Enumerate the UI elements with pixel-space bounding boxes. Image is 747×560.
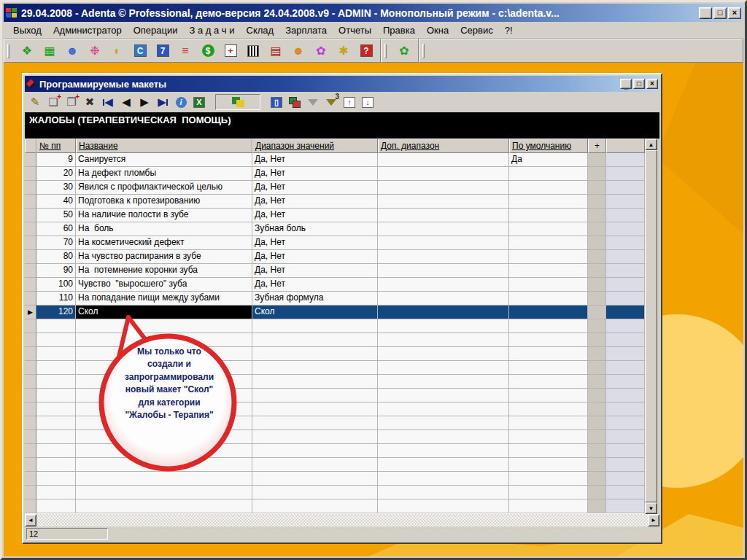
firstaid-icon[interactable]: + [222, 43, 239, 59]
menu-item-9[interactable]: Сервис [455, 23, 498, 37]
settings-coins-icon[interactable]: ✱ [336, 43, 352, 59]
cell-tail [606, 319, 645, 333]
table-row[interactable]: 110На попадание пищи между зубамиЗубная … [25, 292, 645, 306]
table-row[interactable]: 20На дефект пломбыДа, Нет [25, 167, 645, 181]
next-record-icon[interactable]: ▶ [136, 95, 152, 109]
row-indicator [25, 472, 36, 486]
table-row[interactable]: 60На больЗубная боль [25, 222, 645, 236]
menu-item-10[interactable]: ?! [500, 23, 518, 37]
maximize-button[interactable]: □ [713, 7, 727, 19]
horizontal-scrollbar[interactable]: ◄ ► [25, 514, 659, 526]
child-maximize-button[interactable]: □ [633, 79, 645, 89]
cell-default [509, 458, 588, 472]
child-close-button[interactable]: × [646, 79, 658, 89]
cell-range: Да, Нет [252, 153, 378, 167]
first-record-icon-glyph: ◀ [104, 96, 113, 109]
excel-export-icon[interactable]: X [191, 95, 207, 109]
cell-extra-range [378, 389, 509, 402]
info-icon-glyph: i [176, 97, 187, 108]
help-book-icon[interactable]: ? [358, 43, 374, 59]
menu-item-2[interactable]: Операции [128, 23, 183, 37]
toolbar-gripper[interactable] [422, 44, 425, 58]
scroll-left-icon[interactable]: ◄ [25, 514, 36, 526]
scroll-right-icon[interactable]: ► [648, 514, 659, 526]
move-down-icon-glyph: ↓ [362, 97, 374, 108]
column-header-4[interactable]: По умолчанию [509, 139, 588, 153]
prev-record-icon[interactable]: ◀ [118, 95, 134, 109]
table-row[interactable]: 100Чувство "выросшего" зубаДа, Нет [25, 278, 645, 292]
move-up-icon[interactable]: ↑ [341, 95, 357, 109]
empty-table-row[interactable] [25, 458, 645, 472]
column-header-1[interactable]: Название [76, 139, 252, 153]
edit-record-icon[interactable]: ✎ [27, 95, 43, 109]
menu-item-0[interactable]: Выход [8, 23, 47, 37]
vertical-scrollbar[interactable]: ▲ ▼ [645, 139, 657, 514]
scroll-down-icon[interactable]: ▼ [645, 502, 657, 514]
table-row[interactable]: 50На наличие полости в зубеДа, Нет [25, 209, 645, 222]
minimize-button[interactable]: _ [699, 7, 712, 19]
column-header-0[interactable]: № пп [36, 139, 76, 153]
menu-item-7[interactable]: Правка [378, 23, 420, 37]
info-icon[interactable]: i [173, 95, 189, 109]
table-row[interactable]: 70На косметический дефектДа, Нет [25, 236, 645, 250]
flower-icon[interactable]: ✿ [396, 43, 412, 59]
table-row[interactable]: 9СанируетсяДа, НетДа [25, 153, 645, 167]
balloons-icon[interactable]: ❉ [87, 43, 103, 59]
add-record-icon[interactable]: ❏+ [45, 95, 61, 109]
filter-3-icon[interactable]: 3 [323, 95, 339, 109]
database-icon[interactable]: ▯ [268, 95, 285, 109]
table-icon[interactable]: ▦ [42, 43, 58, 59]
cell-num: 20 [36, 167, 76, 181]
layout-copy-icon[interactable] [287, 95, 303, 109]
close-button[interactable]: × [728, 7, 741, 19]
barcode-icon[interactable] [245, 43, 261, 59]
cell-default [509, 292, 588, 306]
table-row[interactable]: 30Явился с профилактической цельюДа, Нет [25, 181, 645, 195]
delete-record-icon[interactable]: ✖ [82, 95, 98, 109]
column-header-3[interactable]: Доп. диапазон [378, 139, 509, 153]
menu-item-8[interactable]: Окна [422, 23, 454, 37]
empty-table-row[interactable] [25, 472, 645, 486]
table-row[interactable]: 90На потемнение коронки зубаДа, Нет [25, 264, 645, 278]
scroll-up-icon[interactable]: ▲ [645, 139, 657, 150]
empty-table-row[interactable] [25, 486, 645, 499]
copy-record-icon[interactable]: ❐+ [63, 95, 80, 109]
menu-item-1[interactable]: Администратор [48, 23, 127, 37]
column-header-5[interactable]: + [588, 139, 606, 153]
filter-off-icon[interactable] [305, 95, 321, 109]
dollar-icon[interactable]: $ [200, 43, 216, 59]
table-row[interactable]: ▶120СколСкол [25, 306, 645, 319]
calendar-c-icon[interactable]: C [132, 43, 148, 59]
table-row[interactable]: 80На чувство распирания в зубеДа, Нет [25, 250, 645, 264]
column-header-2[interactable]: Диапазон значений [252, 139, 378, 153]
empty-table-row[interactable] [25, 444, 645, 458]
cell-extra-range [378, 167, 509, 181]
toolbar-gripper[interactable] [384, 44, 387, 58]
empty-table-row[interactable] [25, 499, 645, 513]
last-record-icon[interactable]: ▶ [155, 95, 171, 109]
empty-table-row[interactable] [25, 319, 645, 333]
toolbar-gripper[interactable] [7, 44, 9, 58]
calendar-7-icon[interactable]: 7 [155, 43, 171, 59]
table-row[interactable]: 40Подготовка к протезированиюДа, Нет [25, 195, 645, 209]
first-record-icon[interactable]: ◀ [100, 95, 116, 109]
cell-name [76, 430, 252, 444]
menu-item-3[interactable]: З а д а ч и [185, 23, 240, 37]
patients-icon[interactable]: ☻ [64, 43, 80, 59]
staff-icon[interactable]: ☻ [290, 43, 306, 59]
palette-icon[interactable]: ✿ [313, 43, 329, 59]
design-icon[interactable]: ❖ [19, 43, 35, 59]
menu-item-4[interactable]: Склад [241, 23, 279, 37]
schedule-clock-icon[interactable]: ◐ [109, 43, 125, 59]
vertical-scroll-thumb[interactable] [645, 150, 657, 502]
child-minimize-button[interactable]: _ [620, 79, 632, 89]
menu-item-6[interactable]: Отчеты [333, 23, 376, 37]
ribbon-icon[interactable]: ≡ [177, 43, 193, 59]
cashbox-icon[interactable]: ▤ [268, 43, 284, 59]
cell-tail [606, 402, 645, 416]
move-down-icon[interactable]: ↓ [360, 95, 376, 109]
empty-table-row[interactable] [25, 430, 645, 444]
table-body: 9СанируетсяДа, НетДа20На дефект пломбыДа… [25, 153, 645, 514]
menu-item-5[interactable]: Зарплата [280, 23, 332, 37]
print-layout-button[interactable] [215, 94, 260, 110]
